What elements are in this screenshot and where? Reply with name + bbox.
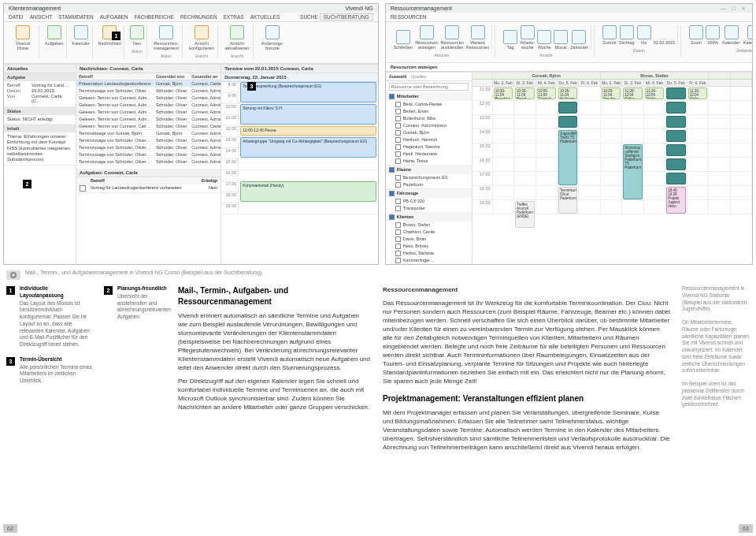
ribbon-icon[interactable] — [74, 25, 88, 39]
ribbon-icon[interactable] — [445, 25, 459, 39]
grid-cell[interactable] — [644, 101, 665, 115]
grid-cell[interactable] — [579, 143, 600, 158]
availability-block[interactable]: 10:35-11:04 Bramf… — [515, 87, 534, 99]
checkbox-icon[interactable] — [395, 229, 401, 235]
grid-cell[interactable] — [687, 115, 709, 129]
calendar-cell[interactable]: Team-Besprechung (Besprechungsraum EG) — [239, 82, 377, 93]
grid-cell[interactable] — [601, 129, 622, 143]
grid-cell[interactable]: Treffen AnonyK Paderborn (ENDE) — [514, 200, 536, 214]
table-col-header[interactable]: Gesendet an — [189, 73, 221, 80]
grid-cell[interactable] — [731, 101, 752, 115]
availability-block[interactable]: 10:30-11:04 Bramfeld — [494, 87, 513, 99]
ribbon-label[interactable]: Stichtag — [619, 40, 635, 45]
ribbon-label[interactable]: Nachrichten — [98, 41, 121, 46]
grid-cell[interactable] — [665, 158, 687, 172]
grid-cell[interactable] — [665, 143, 687, 158]
busy-block[interactable] — [666, 173, 685, 184]
availability-block[interactable]: 10:55-11:04 Enighoh — [537, 87, 556, 99]
grid-cell[interactable] — [601, 158, 622, 172]
grid-cell[interactable] — [514, 158, 536, 172]
grid-cell[interactable] — [644, 158, 665, 172]
grid-cell[interactable] — [579, 87, 600, 101]
grid-cell[interactable] — [493, 158, 514, 172]
grid-cell[interactable] — [514, 115, 536, 129]
grid-cell[interactable] — [644, 200, 665, 214]
grid-cell[interactable]: 18:40-19:30 Projekt Jugend disco — [665, 186, 687, 200]
calendar-cell[interactable] — [239, 192, 377, 203]
grid-cell[interactable]: 10:30-11:04 Bramfeld — [493, 87, 514, 101]
grid-cell[interactable]: Workshop «offensiv Stadtgym. Paderborn» … — [622, 143, 643, 158]
grid-cell[interactable] — [687, 129, 709, 143]
checkbox-icon[interactable] — [395, 182, 401, 188]
ribbon-icon[interactable] — [572, 30, 586, 44]
tree-item[interactable]: Transporter — [386, 205, 472, 212]
ribbon-label[interactable]: Zeitstrahl — [570, 45, 588, 50]
grid-cell[interactable] — [622, 115, 643, 129]
tree-group-header[interactable]: Klienten — [386, 213, 472, 221]
table-row[interactable]: Gelesen: Termin von Connext, Adm…Schröde… — [76, 109, 221, 116]
grid-cell[interactable] — [709, 158, 730, 172]
stichtag-value[interactable]: 02.02.2015 — [654, 40, 676, 45]
checkbox-icon[interactable] — [395, 158, 401, 164]
ribbon-label[interactable]: Kategorien: — [743, 40, 753, 45]
ribbon-label[interactable]: Vivendi Home — [9, 41, 36, 50]
table-row[interactable]: Terminabsage von Gorsak, BjörnGorsak, Bj… — [76, 130, 221, 137]
grid-cell[interactable] — [644, 115, 665, 129]
busy-block[interactable] — [666, 116, 685, 128]
checkbox-icon[interactable] — [395, 151, 401, 157]
ribbon-icon[interactable] — [265, 25, 280, 39]
grid-cell[interactable] — [536, 101, 558, 115]
calendar-cell[interactable] — [239, 148, 377, 159]
grid-cell[interactable] — [601, 172, 622, 186]
menu-bar[interactable]: RESSOURCEN — [386, 13, 752, 22]
grid-cell[interactable] — [493, 172, 514, 186]
calendar-cell[interactable] — [239, 159, 377, 170]
menu-bar[interactable]: DATEIANSICHTSTAMMDATENAUFGABENFACHBEREIC… — [4, 13, 378, 22]
table-row[interactable]: Terminzusage von Schröder, Oliver…Schröd… — [76, 151, 221, 158]
tree-search-input[interactable] — [389, 83, 469, 91]
grid-cell[interactable] — [601, 200, 622, 214]
grid-cell[interactable] — [514, 129, 536, 143]
menu-item[interactable]: AKTUELLES — [250, 14, 280, 20]
ribbon-icon[interactable] — [16, 25, 30, 39]
calendar-cell[interactable]: 12:00-12:45 Pause — [239, 126, 377, 137]
tree-item[interactable]: Paderborn — [386, 181, 472, 188]
grid-cell[interactable] — [536, 186, 558, 200]
tree-group-header[interactable]: Mitarbeiter — [386, 92, 472, 101]
grid-cell[interactable] — [687, 172, 709, 186]
ribbon-icon[interactable] — [471, 25, 485, 39]
grid-cell[interactable] — [709, 172, 730, 186]
grid-cell[interactable] — [493, 186, 514, 200]
ribbon-icon[interactable] — [554, 30, 568, 44]
grid-cell[interactable] — [709, 129, 730, 143]
ribbon-icon[interactable] — [396, 30, 410, 44]
tree-item[interactable]: Hartholz, Heinrich — [386, 136, 472, 143]
grid-cell[interactable] — [644, 129, 665, 143]
ribbon-icon[interactable] — [747, 25, 753, 39]
checkbox-icon[interactable] — [395, 251, 401, 256]
checkbox-icon[interactable] — [389, 167, 395, 173]
grid-cell[interactable]: 11:20-12:04 Dirtler — [687, 87, 709, 101]
grid-cell[interactable] — [622, 200, 643, 214]
menu-item[interactable]: RESSOURCEN — [391, 14, 427, 20]
ribbon-label[interactable]: Tag — [507, 45, 514, 50]
kalender-grid[interactable]: 8 00Team-Besprechung (Besprechungsraum E… — [221, 82, 377, 264]
event-block[interactable]: Terminkorrektur 02/ud Paderborn — [558, 187, 577, 214]
tree-item[interactable]: Beck, Carina-Renée — [386, 101, 472, 108]
busy-block[interactable] — [666, 87, 685, 99]
tree-group-header[interactable]: Räume — [386, 166, 472, 174]
ribbon-label[interactable]: Ressourcen-management — [153, 41, 180, 50]
tab-quellen[interactable]: Quellen — [411, 74, 426, 79]
tree-item[interactable]: Heine, Tessa — [386, 158, 472, 165]
table-row[interactable]: Terminzusage von Schröder, Oliver…Schröd… — [76, 144, 221, 151]
window-controls[interactable]: — □ × — [721, 6, 747, 11]
availability-block[interactable]: 16:05-11:04 Draufer — [602, 87, 621, 99]
availability-block[interactable]: 10:35-11:04 Heilmann — [558, 87, 577, 99]
event-block[interactable]: Jugendhilfe Treff1 T5, Paderborn — [558, 130, 577, 185]
grid-cell[interactable] — [644, 172, 665, 186]
tree-item[interactable]: Chatham, Cecile — [386, 229, 472, 236]
grid-cell[interactable] — [579, 186, 600, 200]
checkbox-icon[interactable] — [395, 175, 401, 181]
event-block[interactable]: Treffen AnonyK Paderborn (ENDE) — [515, 201, 534, 228]
grid-cell[interactable] — [731, 172, 752, 186]
